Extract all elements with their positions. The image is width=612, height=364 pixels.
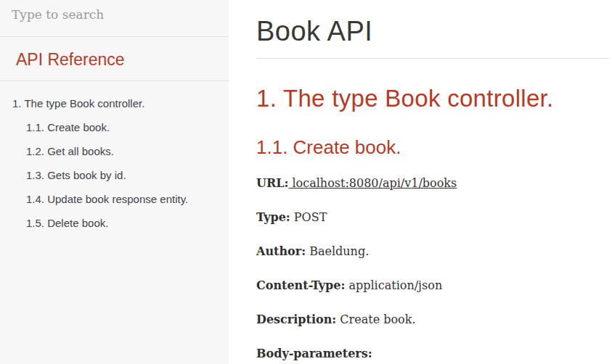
toc-link-1-2[interactable]: 1.2. Get all books. bbox=[26, 145, 114, 157]
subsection-heading-create-book: 1.1. Create book. bbox=[256, 136, 609, 159]
field-url: URL: localhost:8080/api/v1/books bbox=[256, 176, 609, 190]
section-heading-controller: 1. The type Book controller. bbox=[256, 84, 609, 113]
field-description-value: Create book. bbox=[340, 313, 415, 326]
search-input[interactable] bbox=[0, 0, 229, 22]
endpoint-url-link[interactable]: localhost:8080/api/v1/books bbox=[288, 176, 457, 190]
toc-item-1-1: 1.1. Create book. bbox=[0, 120, 229, 135]
field-author: Author:Baeldung. bbox=[256, 244, 609, 258]
field-body-parameters: Body-parameters: bbox=[256, 347, 609, 360]
main-content: Book API 1. The type Book controller. 1.… bbox=[229, 0, 612, 364]
toc-link-1-3[interactable]: 1.3. Gets book by id. bbox=[26, 169, 126, 181]
field-author-value: Baeldung. bbox=[309, 244, 369, 258]
field-list: URL: localhost:8080/api/v1/books Type:PO… bbox=[256, 176, 609, 360]
field-content-type-label: Content-Type: bbox=[256, 278, 345, 292]
toc-link-1-5[interactable]: 1.5. Delete book. bbox=[26, 217, 108, 229]
toc-link-1-4[interactable]: 1.4. Update book response entity. bbox=[26, 193, 188, 205]
field-description: Description:Create book. bbox=[256, 313, 609, 326]
toc-link-1[interactable]: 1. The type Book controller. bbox=[12, 97, 144, 109]
page: API Reference 1. The type Book controlle… bbox=[0, 0, 612, 364]
toc-list: 1. The type Book controller. 1.1. Create… bbox=[0, 81, 229, 240]
api-reference-link[interactable]: API Reference bbox=[16, 50, 125, 69]
field-type: Type:POST bbox=[256, 210, 609, 224]
search-box bbox=[0, 0, 229, 37]
field-description-label: Description: bbox=[256, 313, 336, 326]
toc-item-1-2: 1.2. Get all books. bbox=[0, 144, 229, 159]
field-content-type-value: application/json bbox=[348, 278, 442, 292]
field-author-label: Author: bbox=[256, 244, 306, 258]
toc-header: API Reference bbox=[0, 37, 229, 81]
sidebar: API Reference 1. The type Book controlle… bbox=[0, 0, 229, 364]
page-title: Book API bbox=[256, 15, 609, 59]
toc-item-1: 1. The type Book controller. bbox=[0, 96, 229, 111]
toc-link-1-1[interactable]: 1.1. Create book. bbox=[26, 121, 110, 133]
field-body-parameters-label: Body-parameters: bbox=[256, 347, 372, 360]
toc-item-1-3: 1.3. Gets book by id. bbox=[0, 168, 229, 183]
field-type-label: Type: bbox=[256, 210, 290, 224]
field-content-type: Content-Type:application/json bbox=[256, 278, 609, 292]
field-type-value: POST bbox=[294, 210, 327, 224]
toc-item-1-5: 1.5. Delete book. bbox=[0, 216, 229, 231]
field-url-label: URL: bbox=[256, 176, 288, 190]
toc-item-1-4: 1.4. Update book response entity. bbox=[0, 192, 229, 207]
